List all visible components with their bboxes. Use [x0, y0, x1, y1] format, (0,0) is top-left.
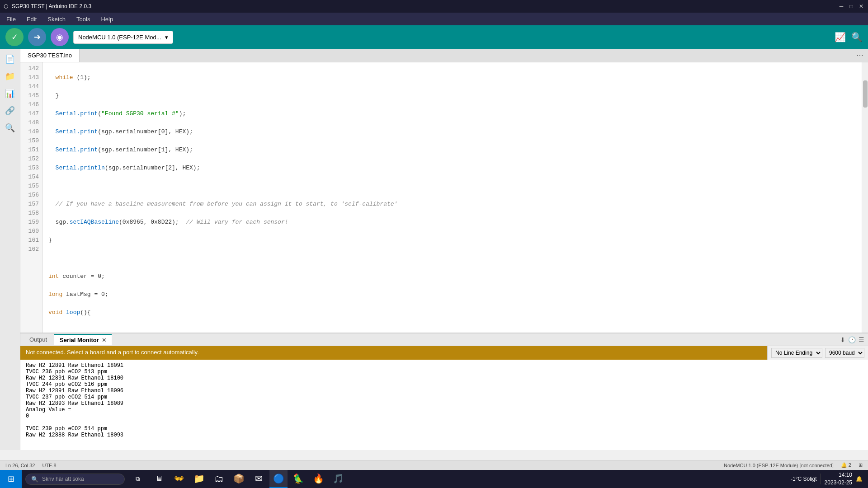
tab-filename: SGP30 TEST.ino: [28, 52, 72, 59]
menu-bar: File Edit Sketch Tools Help: [0, 13, 868, 25]
serial-line: Analog Value =: [26, 407, 863, 413]
line-numbers: 142 143 144 145 146 147 148 149 150 151 …: [20, 62, 43, 333]
minimize-button[interactable]: ─: [838, 3, 844, 9]
taskbar-app-firefox[interactable]: 🔥: [309, 470, 327, 488]
serial-line: TVOC 239 ppb eCO2 514 ppm: [26, 426, 863, 432]
taskbar-apps: 🖥 👐 📁 🗂 📦 ✉ 🔵 🦜 🔥 🎵: [150, 470, 347, 488]
serial-line: TVOC 237 ppb eCO2 514 ppm: [26, 394, 863, 400]
start-button[interactable]: ⊞: [0, 470, 22, 488]
cursor-position: Ln 26, Col 32: [5, 463, 35, 468]
menu-sketch[interactable]: Sketch: [43, 14, 70, 24]
taskbar-notifications[interactable]: 🔔: [856, 476, 863, 482]
taskbar-app-duolingo[interactable]: 🦜: [289, 470, 307, 488]
board-status: NodeMCU 1.0 (ESP-12E Module) [not connec…: [724, 463, 834, 468]
task-view-button[interactable]: ⧉: [128, 470, 146, 488]
window-title: SGP30 TEST | Arduino IDE 2.0.3: [12, 3, 91, 9]
output-tab-serial[interactable]: Serial Monitor ✕: [54, 334, 112, 345]
taskbar: ⊞ 🔍 Skriv här att söka ⧉ 🖥 👐 📁 🗂 📦 ✉ 🔵 🦜…: [0, 470, 868, 488]
taskbar-right: -1°C Soligt 14:10 2023-02-25 🔔: [791, 471, 868, 487]
board-dropdown-icon: ▾: [165, 34, 168, 41]
serial-line: TVOC 244 ppb eCO2 516 ppm: [26, 381, 863, 388]
editor-tab-main[interactable]: SGP30 TEST.ino: [20, 49, 80, 62]
output-panel: Output Serial Monitor ✕ ⬇ 🕐 ☰ Not: [20, 333, 868, 450]
title-bar-left: ⬡ SGP30 TEST | Arduino IDE 2.0.3: [4, 3, 91, 9]
output-timestamp-button[interactable]: 🕐: [848, 336, 856, 343]
menu-tools[interactable]: Tools: [72, 14, 94, 24]
output-tab-serial-label: Serial Monitor: [60, 337, 99, 343]
status-bar-right: NodeMCU 1.0 (ESP-12E Module) [not connec…: [724, 462, 863, 468]
serial-top: Not connected. Select a board and a port…: [20, 346, 868, 360]
taskbar-app-mail[interactable]: 📦: [230, 470, 248, 488]
verify-button[interactable]: ✓: [5, 28, 24, 46]
serial-plotter-button[interactable]: 📈: [835, 32, 846, 42]
toolbar: ✓ ➔ ◉ NodeMCU 1.0 (ESP-12E Mod... ▾ 📈 🔍: [0, 25, 868, 49]
title-bar-controls[interactable]: ─ □ ✕: [838, 3, 864, 9]
line-ending-select[interactable]: No Line Ending: [771, 348, 822, 358]
title-bar: ⬡ SGP30 TEST | Arduino IDE 2.0.3 ─ □ ✕: [0, 0, 868, 13]
sidebar-icon-folder[interactable]: 📁: [3, 70, 17, 83]
serial-line: Raw H2 12891 Raw Ethanol 18100: [26, 375, 863, 381]
board-selector[interactable]: NodeMCU 1.0 (ESP-12E Mod... ▾: [73, 31, 173, 44]
upload-button[interactable]: ➔: [28, 28, 46, 46]
serial-line: 0: [26, 413, 863, 419]
sidebar-icon-file[interactable]: 📄: [3, 52, 17, 66]
sidebar-icon-boards[interactable]: 🔗: [3, 104, 17, 117]
taskbar-app-teams[interactable]: 🔵: [269, 470, 288, 488]
main-layout: 📄 📁 📊 🔗 🔍 SGP30 TEST.ino ⋯ 142 143 144: [0, 49, 868, 450]
taskbar-divider: [821, 474, 821, 484]
debug-button[interactable]: ◉: [51, 28, 69, 46]
serial-line: Raw H2 12893 Raw Ethanol 18089: [26, 400, 863, 407]
notification-count[interactable]: 🔔 2: [841, 462, 851, 468]
encoding-label: UTF-8: [42, 463, 56, 468]
tab-more-button[interactable]: ⋯: [852, 51, 868, 60]
left-sidebar: 📄 📁 📊 🔗 🔍: [0, 49, 20, 450]
sidebar-icon-library[interactable]: 📊: [3, 87, 17, 100]
menu-edit[interactable]: Edit: [22, 14, 41, 24]
taskbar-app-explorer[interactable]: 📁: [190, 470, 208, 488]
serial-monitor-button[interactable]: 🔍: [851, 32, 863, 42]
not-connected-text: Not connected. Select a board and a port…: [26, 349, 199, 356]
taskbar-app-emoji[interactable]: 👐: [170, 470, 188, 488]
output-clear-button[interactable]: ☰: [859, 336, 864, 343]
output-tab-icons: ⬇ 🕐 ☰: [840, 336, 864, 343]
code-editor[interactable]: 142 143 144 145 146 147 148 149 150 151 …: [20, 62, 868, 333]
output-tab-output[interactable]: Output: [24, 334, 52, 345]
close-button[interactable]: ✕: [858, 3, 864, 9]
taskbar-app-store[interactable]: 🗂: [210, 470, 228, 488]
serial-line: Raw H2 12891 Raw Ethanol 18091: [26, 362, 863, 369]
layout-icon[interactable]: ⊞: [859, 462, 863, 468]
output-autoscroll-button[interactable]: ⬇: [840, 336, 845, 343]
board-name: NodeMCU 1.0 (ESP-12E Mod...: [78, 34, 161, 41]
scrollbar-thumb[interactable]: [863, 80, 868, 108]
output-tab-bar: Output Serial Monitor ✕ ⬇ 🕐 ☰: [20, 333, 868, 346]
search-placeholder: Skriv här att söka: [42, 476, 84, 482]
serial-output: Raw H2 12891 Raw Ethanol 18091 TVOC 236 …: [20, 360, 868, 450]
serial-line: TVOC 236 ppb eCO2 513 ppm: [26, 369, 863, 375]
taskbar-app-spotify[interactable]: 🎵: [329, 470, 347, 488]
search-icon: 🔍: [31, 476, 38, 483]
app-icon: ⬡: [4, 3, 8, 9]
taskbar-time: 14:10: [825, 471, 852, 479]
taskbar-date: 2023-02-25: [825, 479, 852, 487]
toolbar-right: 📈 🔍: [835, 32, 863, 42]
baud-rate-select[interactable]: 9600 baud: [825, 348, 864, 358]
menu-file[interactable]: File: [2, 14, 20, 24]
serial-right-controls: No Line Ending 9600 baud: [767, 346, 868, 360]
search-bar[interactable]: 🔍 Skriv här att söka: [25, 474, 125, 485]
maximize-button[interactable]: □: [848, 3, 854, 9]
editor-area: SGP30 TEST.ino ⋯ 142 143 144 145 146 147…: [20, 49, 868, 450]
taskbar-clock: 14:10 2023-02-25: [825, 471, 852, 487]
menu-help[interactable]: Help: [96, 14, 118, 24]
serial-line: Raw H2 12891 Raw Ethanol 18096: [26, 388, 863, 394]
sidebar-icon-search[interactable]: 🔍: [3, 121, 17, 135]
taskbar-app-mail2[interactable]: ✉: [250, 470, 268, 488]
output-tab-output-label: Output: [29, 336, 47, 343]
serial-line: [26, 419, 863, 426]
tab-bar: SGP30 TEST.ino ⋯: [20, 49, 868, 62]
code-content[interactable]: while (1); } Serial.print("Found SGP30 s…: [43, 62, 862, 333]
editor-scrollbar[interactable]: [862, 62, 868, 333]
serial-tab-close[interactable]: ✕: [102, 337, 106, 343]
taskbar-app-desktop[interactable]: 🖥: [150, 470, 168, 488]
serial-line: Raw H2 12888 Raw Ethanol 18093: [26, 432, 863, 438]
status-bar: Ln 26, Col 32 UTF-8 NodeMCU 1.0 (ESP-12E…: [0, 460, 868, 470]
